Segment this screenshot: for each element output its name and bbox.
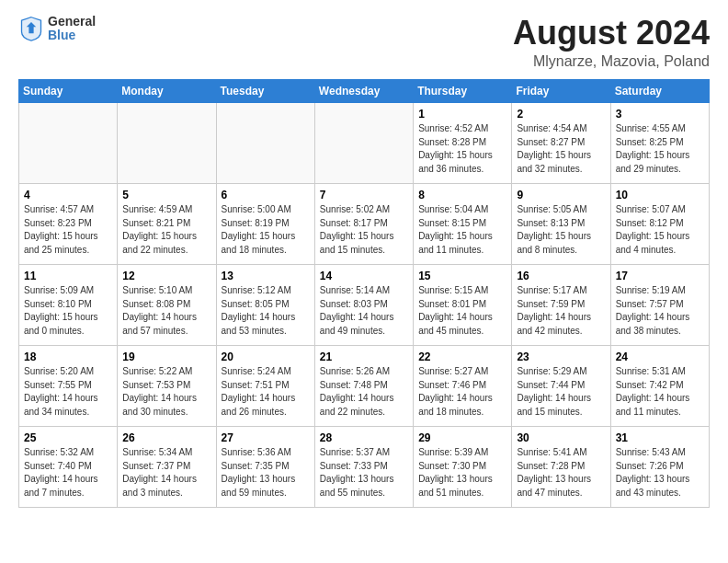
table-row: 24Sunrise: 5:31 AMSunset: 7:42 PMDayligh… [610,345,709,426]
day-number: 15 [418,269,506,284]
table-row: 11Sunrise: 5:09 AMSunset: 8:10 PMDayligh… [19,264,118,345]
day-info: Sunrise: 5:24 AMSunset: 7:51 PMDaylight:… [222,365,310,419]
table-row: 3Sunrise: 4:55 AMSunset: 8:25 PMDaylight… [610,102,709,183]
table-row: 1Sunrise: 4:52 AMSunset: 8:28 PMDaylight… [414,102,512,183]
day-info: Sunrise: 5:15 AMSunset: 8:01 PMDaylight:… [418,284,506,338]
day-info: Sunrise: 5:10 AMSunset: 8:08 PMDaylight:… [122,284,210,338]
day-number: 4 [24,188,112,203]
day-info: Sunrise: 5:05 AMSunset: 8:13 PMDaylight:… [517,203,605,257]
day-number: 19 [122,350,210,365]
table-row: 18Sunrise: 5:20 AMSunset: 7:55 PMDayligh… [19,345,118,426]
day-info: Sunrise: 5:39 AMSunset: 7:30 PMDaylight:… [418,446,506,500]
table-row: 8Sunrise: 5:04 AMSunset: 8:15 PMDaylight… [414,183,512,264]
day-number: 21 [320,350,408,365]
title-block: August 2024 Mlynarze, Mazovia, Poland [513,15,710,70]
table-row: 20Sunrise: 5:24 AMSunset: 7:51 PMDayligh… [216,345,314,426]
calendar-week-row: 4Sunrise: 4:57 AMSunset: 8:23 PMDaylight… [19,183,710,264]
day-number: 30 [517,431,605,446]
table-row: 31Sunrise: 5:43 AMSunset: 7:26 PMDayligh… [610,426,709,507]
calendar-header-row: Sunday Monday Tuesday Wednesday Thursday… [19,79,710,102]
day-number: 16 [517,269,605,284]
table-row: 6Sunrise: 5:00 AMSunset: 8:19 PMDaylight… [216,183,314,264]
month-title: August 2024 [513,15,710,52]
day-number: 29 [418,431,506,446]
table-row: 2Sunrise: 4:54 AMSunset: 8:27 PMDaylight… [512,102,610,183]
table-row: 14Sunrise: 5:14 AMSunset: 8:03 PMDayligh… [314,264,413,345]
table-row: 12Sunrise: 5:10 AMSunset: 8:08 PMDayligh… [118,264,216,345]
day-number: 28 [320,431,408,446]
logo-icon [18,16,44,41]
day-info: Sunrise: 5:41 AMSunset: 7:28 PMDaylight:… [517,446,605,500]
calendar-table: Sunday Monday Tuesday Wednesday Thursday… [18,79,710,508]
day-number: 8 [418,188,506,203]
day-number: 7 [320,188,408,203]
location-title: Mlynarze, Mazovia, Poland [513,53,710,70]
day-number: 2 [517,107,605,122]
table-row: 25Sunrise: 5:32 AMSunset: 7:40 PMDayligh… [19,426,118,507]
day-info: Sunrise: 5:32 AMSunset: 7:40 PMDaylight:… [24,446,112,500]
header: General Blue August 2024 Mlynarze, Mazov… [18,15,710,70]
table-row: 28Sunrise: 5:37 AMSunset: 7:33 PMDayligh… [314,426,413,507]
day-info: Sunrise: 5:27 AMSunset: 7:46 PMDaylight:… [418,365,506,419]
logo-general-text: General [48,15,96,29]
day-info: Sunrise: 5:09 AMSunset: 8:10 PMDaylight:… [24,284,112,338]
day-number: 14 [320,269,408,284]
table-row: 22Sunrise: 5:27 AMSunset: 7:46 PMDayligh… [414,345,512,426]
table-row: 26Sunrise: 5:34 AMSunset: 7:37 PMDayligh… [118,426,216,507]
table-row [216,102,314,183]
day-info: Sunrise: 4:59 AMSunset: 8:21 PMDaylight:… [122,203,210,257]
day-number: 1 [418,107,506,122]
logo: General Blue [18,15,96,43]
table-row: 21Sunrise: 5:26 AMSunset: 7:48 PMDayligh… [314,345,413,426]
table-row: 16Sunrise: 5:17 AMSunset: 7:59 PMDayligh… [512,264,610,345]
day-info: Sunrise: 5:14 AMSunset: 8:03 PMDaylight:… [320,284,408,338]
logo-text: General Blue [48,15,96,43]
day-info: Sunrise: 5:37 AMSunset: 7:33 PMDaylight:… [320,446,408,500]
calendar-week-row: 18Sunrise: 5:20 AMSunset: 7:55 PMDayligh… [19,345,710,426]
day-info: Sunrise: 5:20 AMSunset: 7:55 PMDaylight:… [24,365,112,419]
day-number: 22 [418,350,506,365]
day-info: Sunrise: 4:57 AMSunset: 8:23 PMDaylight:… [24,203,112,257]
table-row: 5Sunrise: 4:59 AMSunset: 8:21 PMDaylight… [118,183,216,264]
day-info: Sunrise: 4:54 AMSunset: 8:27 PMDaylight:… [517,122,605,176]
day-number: 3 [616,107,704,122]
day-number: 17 [616,269,704,284]
day-number: 12 [122,269,210,284]
col-tuesday: Tuesday [216,79,314,102]
day-info: Sunrise: 4:55 AMSunset: 8:25 PMDaylight:… [616,122,704,176]
table-row: 15Sunrise: 5:15 AMSunset: 8:01 PMDayligh… [414,264,512,345]
day-number: 26 [122,431,210,446]
day-info: Sunrise: 4:52 AMSunset: 8:28 PMDaylight:… [418,122,506,176]
table-row: 13Sunrise: 5:12 AMSunset: 8:05 PMDayligh… [216,264,314,345]
calendar-week-row: 1Sunrise: 4:52 AMSunset: 8:28 PMDaylight… [19,102,710,183]
calendar-week-row: 11Sunrise: 5:09 AMSunset: 8:10 PMDayligh… [19,264,710,345]
day-number: 31 [616,431,704,446]
calendar-week-row: 25Sunrise: 5:32 AMSunset: 7:40 PMDayligh… [19,426,710,507]
day-number: 13 [222,269,310,284]
day-number: 23 [517,350,605,365]
col-saturday: Saturday [610,79,709,102]
table-row [118,102,216,183]
day-info: Sunrise: 5:29 AMSunset: 7:44 PMDaylight:… [517,365,605,419]
table-row: 27Sunrise: 5:36 AMSunset: 7:35 PMDayligh… [216,426,314,507]
table-row: 29Sunrise: 5:39 AMSunset: 7:30 PMDayligh… [414,426,512,507]
col-sunday: Sunday [19,79,118,102]
day-info: Sunrise: 5:07 AMSunset: 8:12 PMDaylight:… [616,203,704,257]
table-row: 10Sunrise: 5:07 AMSunset: 8:12 PMDayligh… [610,183,709,264]
table-row: 17Sunrise: 5:19 AMSunset: 7:57 PMDayligh… [610,264,709,345]
day-info: Sunrise: 5:22 AMSunset: 7:53 PMDaylight:… [122,365,210,419]
day-info: Sunrise: 5:12 AMSunset: 8:05 PMDaylight:… [222,284,310,338]
table-row: 9Sunrise: 5:05 AMSunset: 8:13 PMDaylight… [512,183,610,264]
day-info: Sunrise: 5:02 AMSunset: 8:17 PMDaylight:… [320,203,408,257]
table-row [19,102,118,183]
day-info: Sunrise: 5:26 AMSunset: 7:48 PMDaylight:… [320,365,408,419]
day-number: 6 [222,188,310,203]
day-number: 9 [517,188,605,203]
col-wednesday: Wednesday [314,79,413,102]
day-info: Sunrise: 5:31 AMSunset: 7:42 PMDaylight:… [616,365,704,419]
day-info: Sunrise: 5:04 AMSunset: 8:15 PMDaylight:… [418,203,506,257]
day-number: 20 [222,350,310,365]
day-info: Sunrise: 5:36 AMSunset: 7:35 PMDaylight:… [222,446,310,500]
calendar-page: General Blue August 2024 Mlynarze, Mazov… [0,0,728,517]
table-row: 4Sunrise: 4:57 AMSunset: 8:23 PMDaylight… [19,183,118,264]
